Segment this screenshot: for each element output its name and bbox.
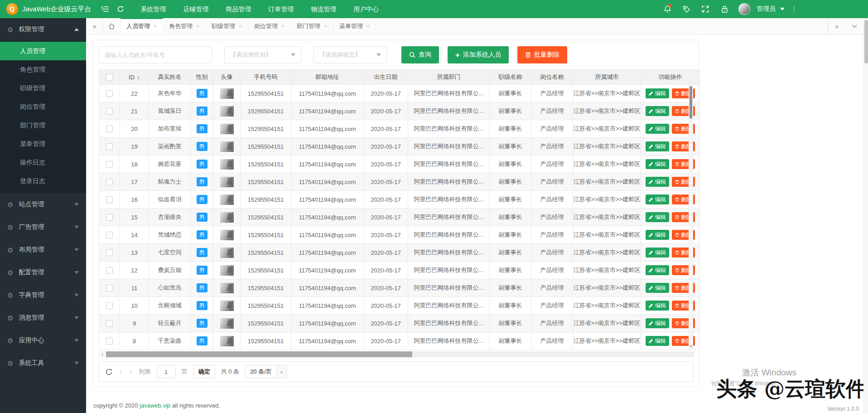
avatar-image[interactable] — [220, 301, 234, 311]
edit-button[interactable]: 编辑 — [646, 336, 669, 346]
page-size-select[interactable]: 20 条/页 ∨ — [245, 365, 287, 378]
sidebar-group[interactable]: ⚙ 字典管理 — [0, 284, 86, 306]
sidebar-group-permissions[interactable]: ⚙ 权限管理 — [0, 18, 86, 41]
gender-select[interactable]: 【请选择性别】 — [224, 46, 301, 63]
avatar-image[interactable] — [220, 212, 234, 223]
avatar-image[interactable] — [220, 124, 234, 134]
tab-close-icon[interactable]: × — [154, 23, 157, 29]
avatar-image[interactable] — [220, 318, 234, 329]
avatar-image[interactable] — [220, 106, 234, 117]
sidebar-group[interactable]: ⚙ 应用中心 — [0, 329, 86, 352]
row-checkbox[interactable] — [106, 302, 113, 309]
sidebar-item[interactable]: 操作日志 — [0, 153, 86, 172]
row-checkbox[interactable] — [106, 320, 113, 327]
scrollbar-down-arrow-icon[interactable]: ▼ — [689, 345, 693, 349]
tab-close-icon[interactable]: × — [366, 23, 370, 29]
sidebar-item[interactable]: 角色管理 — [0, 60, 86, 79]
scrollbar-thumb[interactable] — [864, 20, 868, 63]
avatar-image[interactable] — [220, 230, 234, 240]
tabs-dropdown-icon[interactable] — [845, 18, 863, 34]
avatar-image[interactable] — [220, 177, 234, 187]
avatar-image[interactable] — [220, 159, 234, 170]
refresh-icon[interactable] — [113, 0, 128, 18]
row-checkbox[interactable] — [106, 108, 113, 115]
page-vertical-scrollbar[interactable] — [863, 18, 868, 413]
home-tab-icon[interactable] — [103, 18, 121, 34]
avatar-image[interactable] — [220, 283, 234, 293]
edit-button[interactable]: 编辑 — [646, 177, 669, 187]
sidebar-item[interactable]: 岗位管理 — [0, 97, 86, 116]
sidebar-group[interactable]: ⚙ 系统工具 — [0, 352, 86, 374]
more-menu-icon[interactable]: ⋮ — [788, 0, 800, 18]
page-number-input[interactable] — [157, 365, 176, 378]
avatar-image[interactable] — [220, 336, 234, 346]
scrollbar-thumb[interactable] — [106, 351, 412, 357]
row-checkbox[interactable] — [106, 196, 113, 203]
table-vertical-scrollbar[interactable]: ▼ — [689, 84, 693, 350]
tab-close-icon[interactable]: × — [239, 23, 242, 29]
edit-button[interactable]: 编辑 — [646, 106, 669, 116]
add-person-button[interactable]: + 添加系统人员 — [448, 46, 509, 63]
column-id[interactable]: ID — [129, 74, 135, 81]
sidebar-item[interactable]: 人员管理 — [0, 42, 86, 60]
edit-button[interactable]: 编辑 — [646, 230, 669, 240]
tab[interactable]: 人员管理 × — [121, 18, 163, 34]
pagination-next-icon[interactable]: › — [129, 368, 133, 376]
notifications-bell-icon[interactable] — [660, 0, 675, 18]
user-menu-caret-icon[interactable] — [780, 8, 785, 10]
top-menu-item[interactable]: 用户中心 — [345, 0, 387, 18]
sidebar-item[interactable]: 职级管理 — [0, 79, 86, 97]
row-checkbox[interactable] — [106, 90, 113, 97]
edit-button[interactable]: 编辑 — [646, 159, 669, 169]
row-checkbox[interactable] — [106, 267, 113, 274]
sidebar-item[interactable]: 菜单管理 — [0, 135, 86, 153]
sidebar-group[interactable]: ⚙ 广告管理 — [0, 216, 86, 238]
javaweb-link[interactable]: javaweb.vip — [140, 402, 170, 409]
edit-button[interactable]: 编辑 — [646, 318, 669, 328]
avatar-image[interactable] — [220, 141, 234, 152]
row-checkbox[interactable] — [106, 285, 113, 292]
tab[interactable]: 菜单管理 × — [333, 18, 376, 34]
select-all-checkbox[interactable] — [106, 74, 113, 81]
edit-button[interactable]: 编辑 — [646, 301, 669, 311]
tab-close-icon[interactable]: × — [281, 23, 285, 29]
top-menu-item[interactable]: 店铺管理 — [174, 0, 217, 18]
fullscreen-icon[interactable] — [698, 0, 713, 18]
row-checkbox[interactable] — [106, 161, 113, 168]
tab-close-icon[interactable]: × — [324, 23, 327, 29]
edit-button[interactable]: 编辑 — [646, 88, 669, 98]
edit-button[interactable]: 编辑 — [646, 212, 669, 222]
edit-button[interactable]: 编辑 — [646, 265, 669, 275]
search-button[interactable]: 查询 — [401, 46, 439, 63]
batch-delete-button[interactable]: 批量删除 — [517, 46, 567, 63]
top-menu-item[interactable]: 订单管理 — [260, 0, 302, 18]
sidebar-collapse-icon[interactable] — [97, 0, 113, 18]
top-menu-item[interactable]: 商品管理 — [217, 0, 260, 18]
tab[interactable]: 部门管理 × — [291, 18, 333, 34]
tabs-collapse-left-icon[interactable]: « — [86, 18, 103, 34]
pagination-refresh-icon[interactable] — [105, 368, 113, 376]
avatar-image[interactable] — [220, 248, 234, 258]
status-select[interactable]: 【请选择状态】 — [313, 46, 387, 63]
top-menu-item[interactable]: 物流管理 — [302, 0, 345, 18]
confirm-page-button[interactable]: 确定 — [193, 365, 215, 378]
username-label[interactable]: 管理员 — [757, 5, 776, 13]
row-checkbox[interactable] — [106, 214, 113, 221]
tab[interactable]: 角色管理 × — [163, 18, 206, 34]
tab-close-icon[interactable]: × — [196, 23, 199, 29]
keyword-search-input[interactable] — [99, 46, 212, 63]
row-checkbox[interactable] — [106, 143, 113, 150]
sidebar-group[interactable]: ⚙ 站点管理 — [0, 193, 86, 216]
user-avatar[interactable] — [738, 3, 750, 15]
edit-button[interactable]: 编辑 — [646, 283, 669, 293]
sidebar-item[interactable]: 部门管理 — [0, 116, 86, 135]
edit-button[interactable]: 编辑 — [646, 194, 669, 204]
sidebar-group[interactable]: ⚙ 布局管理 — [0, 238, 86, 261]
tag-icon[interactable] — [679, 0, 694, 18]
row-checkbox[interactable] — [106, 179, 113, 185]
tab[interactable]: 岗位管理 × — [248, 18, 291, 34]
row-checkbox[interactable] — [106, 232, 113, 238]
lock-icon[interactable] — [717, 0, 732, 18]
sidebar-item[interactable]: 登录日志 — [0, 172, 86, 190]
sidebar-group[interactable]: ⚙ 消息管理 — [0, 306, 86, 329]
